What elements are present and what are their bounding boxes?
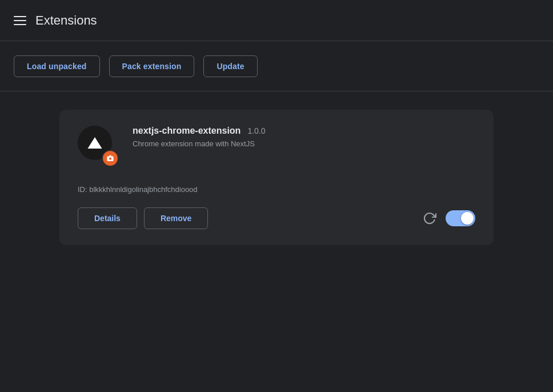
- extension-actions: Details Remove: [78, 207, 475, 229]
- remove-button[interactable]: Remove: [144, 207, 208, 229]
- extension-toggle[interactable]: [446, 210, 475, 226]
- load-unpacked-button[interactable]: Load unpacked: [14, 55, 100, 77]
- extension-id: ID: blkkkhlnnldigolinajbhchfchdioood: [78, 185, 475, 194]
- extension-info: nextjs-chrome-extension 1.0.0 Chrome ext…: [133, 126, 475, 148]
- extension-card: nextjs-chrome-extension 1.0.0 Chrome ext…: [59, 110, 494, 245]
- extension-badge-icon: [102, 150, 119, 167]
- extension-description: Chrome extension made with NextJS: [133, 139, 475, 148]
- svg-marker-0: [88, 137, 102, 149]
- extension-name: nextjs-chrome-extension: [133, 126, 241, 136]
- extension-top: nextjs-chrome-extension 1.0.0 Chrome ext…: [78, 126, 475, 167]
- extension-actions-right: [422, 210, 475, 226]
- extension-actions-left: Details Remove: [78, 207, 208, 229]
- reload-icon[interactable]: [422, 210, 438, 226]
- extension-version: 1.0.0: [247, 126, 265, 135]
- triangle-icon: [86, 134, 103, 151]
- extension-icon-wrapper: [78, 126, 119, 167]
- camera-icon: [106, 154, 114, 162]
- svg-point-2: [109, 158, 111, 160]
- extension-name-row: nextjs-chrome-extension 1.0.0: [133, 126, 475, 136]
- menu-icon[interactable]: [14, 16, 26, 25]
- update-button[interactable]: Update: [203, 55, 257, 77]
- svg-rect-3: [109, 155, 111, 157]
- toggle-thumb: [461, 212, 474, 225]
- header: Extensions: [0, 0, 553, 41]
- toolbar: Load unpacked Pack extension Update: [0, 41, 553, 91]
- details-button[interactable]: Details: [78, 207, 137, 229]
- main-content: nextjs-chrome-extension 1.0.0 Chrome ext…: [0, 91, 553, 263]
- page-title: Extensions: [35, 13, 97, 28]
- pack-extension-button[interactable]: Pack extension: [109, 55, 195, 77]
